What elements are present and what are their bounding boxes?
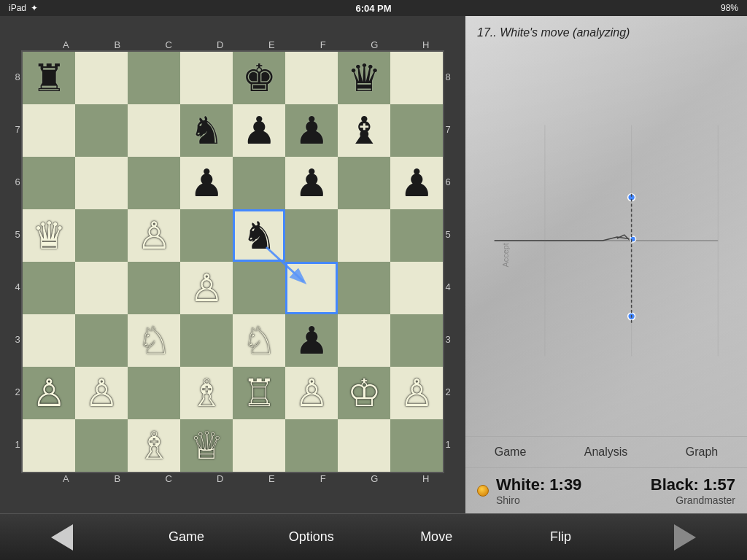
black-name: Grandmaster	[651, 494, 735, 506]
cell-h2[interactable]: ♙	[390, 367, 443, 419]
cell-h1[interactable]	[390, 419, 443, 472]
cell-b1[interactable]	[75, 419, 128, 472]
cell-c8[interactable]	[128, 52, 180, 104]
forward-button[interactable]	[649, 518, 721, 556]
cell-a2[interactable]: ♙	[23, 367, 75, 419]
cell-c1[interactable]: ♗	[128, 419, 180, 472]
back-arrow-icon	[44, 524, 80, 551]
cell-g8[interactable]: ♛	[338, 52, 390, 104]
cell-a6[interactable]	[23, 157, 75, 209]
row-r-4: 4	[444, 260, 452, 313]
cell-b3[interactable]	[75, 314, 128, 367]
cell-c7[interactable]	[128, 104, 180, 157]
row-4: 4	[14, 260, 21, 313]
cell-f3[interactable]: ♟	[285, 314, 338, 367]
cell-f2[interactable]: ♙	[285, 367, 338, 419]
options-button[interactable]: Options	[274, 524, 349, 551]
chess-board[interactable]: ♜ ♚ ♛ ♞ ♟ ♟ ♝	[21, 50, 444, 473]
row-r-5: 5	[444, 208, 452, 260]
player-info: White: 1:39 Shiro Black: 1:57 Grandmaste…	[465, 467, 747, 513]
flip-button[interactable]: Flip	[524, 524, 597, 551]
cell-h3[interactable]	[390, 314, 443, 367]
cell-h7[interactable]	[390, 104, 443, 157]
cell-e2[interactable]: ♖	[233, 367, 285, 419]
svg-point-9	[630, 236, 636, 242]
cell-d1[interactable]: ♕	[180, 419, 233, 472]
cell-a3[interactable]	[23, 314, 75, 367]
cell-d8[interactable]	[180, 52, 233, 104]
cell-h5[interactable]	[390, 209, 443, 262]
cell-a5[interactable]: ♛	[23, 209, 75, 262]
cell-b7[interactable]	[75, 104, 128, 157]
white-player-block: White: 1:39 Shiro	[477, 475, 581, 506]
cell-e4[interactable]	[233, 262, 285, 314]
analysis-graph: Accept	[473, 45, 740, 436]
cell-g3[interactable]	[338, 314, 390, 367]
cell-g5[interactable]	[338, 209, 390, 262]
cell-d6[interactable]: ♟	[180, 157, 233, 209]
back-button[interactable]	[26, 518, 98, 556]
tab-game[interactable]: Game	[480, 443, 541, 462]
cell-c2[interactable]	[128, 367, 180, 419]
cell-a4[interactable]	[23, 262, 75, 314]
col-bot-e: E	[246, 473, 298, 484]
cell-f8[interactable]	[285, 52, 338, 104]
cell-f6[interactable]: ♟	[285, 157, 338, 209]
bottom-toolbar: Game Options Move Flip	[0, 513, 747, 560]
cell-h4[interactable]	[390, 262, 443, 314]
cell-d5[interactable]	[180, 209, 233, 262]
cell-f1[interactable]	[285, 419, 338, 472]
cell-e5[interactable]: ♞	[233, 209, 285, 262]
cell-d3[interactable]	[180, 314, 233, 367]
cell-b6[interactable]	[75, 157, 128, 209]
white-time: White: 1:39	[496, 475, 581, 494]
row-8: 8	[14, 50, 21, 103]
cell-c4[interactable]	[128, 262, 180, 314]
cell-g4[interactable]	[338, 262, 390, 314]
tab-analysis[interactable]: Analysis	[570, 443, 643, 462]
cell-f4[interactable]	[285, 262, 338, 314]
cell-a7[interactable]	[23, 104, 75, 157]
move-button[interactable]: Move	[400, 524, 473, 551]
cell-c5[interactable]: ♙	[128, 209, 180, 262]
status-right: 98%	[721, 3, 738, 13]
cell-h8[interactable]	[390, 52, 443, 104]
cell-c3[interactable]: ♘	[128, 314, 180, 367]
cell-g6[interactable]	[338, 157, 390, 209]
col-bot-g: G	[349, 473, 400, 484]
cell-e3[interactable]: ♘	[233, 314, 285, 367]
cell-f7[interactable]: ♟	[285, 104, 338, 157]
svg-text:Accept: Accept	[501, 243, 510, 267]
cell-e8[interactable]: ♚	[233, 52, 285, 104]
row-6: 6	[14, 155, 21, 208]
cell-b5[interactable]	[75, 209, 128, 262]
game-button[interactable]: Game	[150, 524, 222, 551]
cell-e6[interactable]	[233, 157, 285, 209]
cell-c6[interactable]	[128, 157, 180, 209]
cell-b8[interactable]	[75, 52, 128, 104]
row-2: 2	[14, 365, 21, 418]
col-bot-d: D	[195, 473, 247, 484]
cell-a8[interactable]: ♜	[23, 52, 75, 104]
status-left: iPad ✦	[9, 3, 38, 13]
cell-b2[interactable]: ♙	[75, 367, 128, 419]
cell-g2[interactable]: ♔	[338, 367, 390, 419]
row-r-6: 6	[444, 155, 452, 208]
row-labels-right: 8 7 6 5 4 3 2 1	[444, 50, 452, 473]
cell-d7[interactable]: ♞	[180, 104, 233, 157]
tab-graph[interactable]: Graph	[671, 443, 732, 462]
cell-e1[interactable]	[233, 419, 285, 472]
cell-f5[interactable]	[285, 209, 338, 262]
cell-d2[interactable]: ♗	[180, 367, 233, 419]
cell-d4[interactable]: ♙	[180, 262, 233, 314]
cell-b4[interactable]	[75, 262, 128, 314]
col-bot-c: C	[143, 473, 195, 484]
battery-label: 98%	[721, 3, 738, 13]
cell-g1[interactable]	[338, 419, 390, 472]
cell-g7[interactable]: ♝	[338, 104, 390, 157]
right-panel: 17.. White's move (analyzing) Accept	[465, 16, 747, 513]
cell-h6[interactable]: ♟	[390, 157, 443, 209]
col-f: F	[298, 39, 349, 50]
cell-a1[interactable]	[23, 419, 75, 472]
cell-e7[interactable]: ♟	[233, 104, 285, 157]
